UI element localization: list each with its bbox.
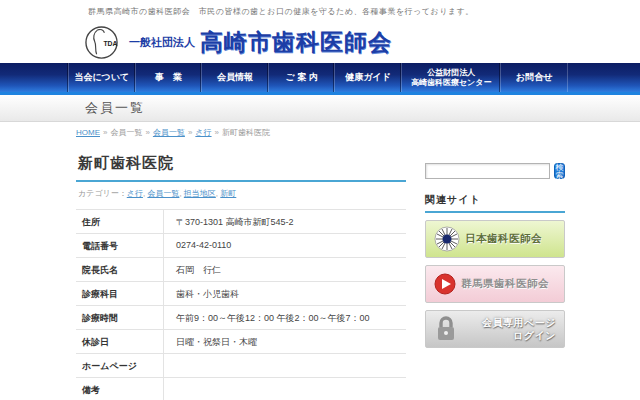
table-row-closed-days: 休診日 日曜・祝祭日・木曜 xyxy=(76,330,406,354)
banner-label: 会員専用ページログイン xyxy=(463,316,564,343)
field-value: 日曜・祝祭日・木曜 xyxy=(163,330,406,353)
org-type-label: 一般社団法人 xyxy=(129,35,195,50)
nav-item-label: 会員情報 xyxy=(217,72,253,83)
site-title: 高崎市歯科医師会 xyxy=(200,27,392,58)
banner-member-login[interactable]: 会員専用ページログイン xyxy=(425,310,565,348)
field-value xyxy=(163,354,406,377)
site-tagline: 群馬県高崎市の歯科医師会 市民の皆様の歯とお口の健康を守るため、各種事業を行って… xyxy=(88,6,474,17)
table-row-director: 院長氏名 石岡 行仁 xyxy=(76,258,406,282)
table-row-phone: 電話番号 0274-42-0110 xyxy=(76,234,406,258)
nav-item-members[interactable]: 会員情報 xyxy=(201,63,268,92)
site-header: 群馬県高崎市の歯科医師会 市民の皆様の歯とお口の健康を守るため、各種事業を行って… xyxy=(0,0,640,63)
table-row-address: 住所 〒370-1301 高崎市新町545-2 xyxy=(76,210,406,234)
breadcrumb-separator: » xyxy=(103,128,107,137)
field-label: ホームページ xyxy=(76,354,163,377)
nav-inner: 当会について 事 業 会員情報 ご 案 内 健康ガイド 公益財団法人 高崎歯科医… xyxy=(68,63,568,92)
banner-label-line1: 会員専用ページ xyxy=(482,317,556,328)
padlock-icon xyxy=(434,315,458,343)
starburst-logo-icon xyxy=(434,226,460,252)
field-label: 住所 xyxy=(76,210,163,233)
nav-item-contact[interactable]: お問合せ xyxy=(500,63,568,92)
search-box: 検索 xyxy=(425,163,565,179)
field-label: 院長氏名 xyxy=(76,258,163,281)
table-row-departments: 診療科目 歯科・小児歯科 xyxy=(76,282,406,306)
category-label: カテゴリー： xyxy=(78,189,127,198)
breadcrumb-separator: » xyxy=(215,128,219,137)
table-row-hours: 診療時間 午前9：00～午後12：00 午後2：00～午後7：00 xyxy=(76,306,406,330)
sidebar: 検索 関連サイト 日本歯科医師会 xyxy=(425,148,565,400)
breadcrumb-current: 新町歯科医院 xyxy=(222,128,270,137)
table-row-homepage: ホームページ xyxy=(76,354,406,378)
content-area: HOME»会員一覧»会員一覧»さ行»新町歯科医院 新町歯科医院 カテゴリー：さ行… xyxy=(0,122,640,400)
search-button[interactable]: 検索 xyxy=(554,163,565,179)
nav-item-label: 事 業 xyxy=(155,72,182,83)
table-row-notes: 備考 xyxy=(76,378,406,400)
banner-label-line2: ログイン xyxy=(513,330,556,341)
svg-text:TDA: TDA xyxy=(103,40,117,47)
nav-item-label: ご 案 内 xyxy=(285,72,317,83)
nav-item-label: 当会について xyxy=(74,72,129,83)
breadcrumb-separator: » xyxy=(145,128,149,137)
banner-japan-dental-association[interactable]: 日本歯科医師会 xyxy=(425,220,565,258)
banner-label: 日本歯科医師会 xyxy=(465,232,542,246)
main-column: 新町歯科医院 カテゴリー：さ行, 会員一覧, 担当地区, 新町 住所 〒370-… xyxy=(76,148,406,400)
nav-item-about[interactable]: 当会について xyxy=(68,63,135,92)
field-value xyxy=(163,378,406,400)
breadcrumb-item: 会員一覧 xyxy=(110,128,142,137)
nav-item-dental-center[interactable]: 公益財団法人 高崎歯科医療センター xyxy=(401,63,500,92)
clinic-info-table: 住所 〒370-1301 高崎市新町545-2 電話番号 0274-42-011… xyxy=(76,209,406,400)
nav-item-label: 公益財団法人 xyxy=(427,68,475,78)
breadcrumb-home-link[interactable]: HOME xyxy=(76,128,100,137)
category-link-sa-row[interactable]: さ行 xyxy=(127,189,143,198)
field-value: 0274-42-0110 xyxy=(163,234,406,257)
nav-item-label: お問合せ xyxy=(516,72,552,83)
field-value: 〒370-1301 高崎市新町545-2 xyxy=(163,210,406,233)
banner-label: 群馬県歯科医師会 xyxy=(461,277,549,291)
related-sites-heading: 関連サイト xyxy=(425,193,565,213)
page: 群馬県高崎市の歯科医師会 市民の皆様の歯とお口の健康を守るため、各種事業を行って… xyxy=(0,0,640,400)
nav-item-label: 健康ガイド xyxy=(345,72,391,83)
breadcrumb: HOME»会員一覧»会員一覧»さ行»新町歯科医院 xyxy=(76,127,565,138)
field-value: 歯科・小児歯科 xyxy=(163,282,406,305)
field-label: 電話番号 xyxy=(76,234,163,257)
main-nav: 当会について 事 業 会員情報 ご 案 内 健康ガイド 公益財団法人 高崎歯科医… xyxy=(0,63,640,95)
breadcrumb-sa-row-link[interactable]: さ行 xyxy=(195,128,211,137)
field-label: 診療時間 xyxy=(76,306,163,329)
category-line: カテゴリー：さ行, 会員一覧, 担当地区, 新町 xyxy=(78,188,406,199)
breadcrumb-member-list-link[interactable]: 会員一覧 xyxy=(153,128,185,137)
category-link-district[interactable]: 担当地区 xyxy=(184,189,216,198)
field-value: 石岡 行仁 xyxy=(163,258,406,281)
play-arrow-icon xyxy=(434,273,456,295)
nav-item-guide[interactable]: ご 案 内 xyxy=(268,63,335,92)
field-label: 備考 xyxy=(76,378,163,400)
banner-gunma-dental-association[interactable]: 群馬県歯科医師会 xyxy=(425,265,565,303)
field-value: 午前9：00～午後12：00 午後2：00～午後7：00 xyxy=(163,306,406,329)
category-link-shinmachi[interactable]: 新町 xyxy=(220,189,236,198)
page-title: 会員一覧 xyxy=(85,99,145,117)
clinic-name-heading: 新町歯科医院 xyxy=(76,148,406,182)
field-label: 診療科目 xyxy=(76,282,163,305)
category-link-member-list[interactable]: 会員一覧 xyxy=(147,189,179,198)
tda-logo-icon: TDA xyxy=(84,25,119,60)
search-input[interactable] xyxy=(425,163,550,179)
field-label: 休診日 xyxy=(76,330,163,353)
breadcrumb-separator: » xyxy=(188,128,192,137)
nav-item-business[interactable]: 事 業 xyxy=(135,63,202,92)
site-brand[interactable]: TDA 一般社団法人 高崎市歯科医師会 xyxy=(84,25,392,60)
nav-item-health-guide[interactable]: 健康ガイド xyxy=(334,63,401,92)
nav-item-label-line2: 高崎歯科医療センター xyxy=(411,78,492,88)
page-title-band: 会員一覧 xyxy=(0,95,640,122)
